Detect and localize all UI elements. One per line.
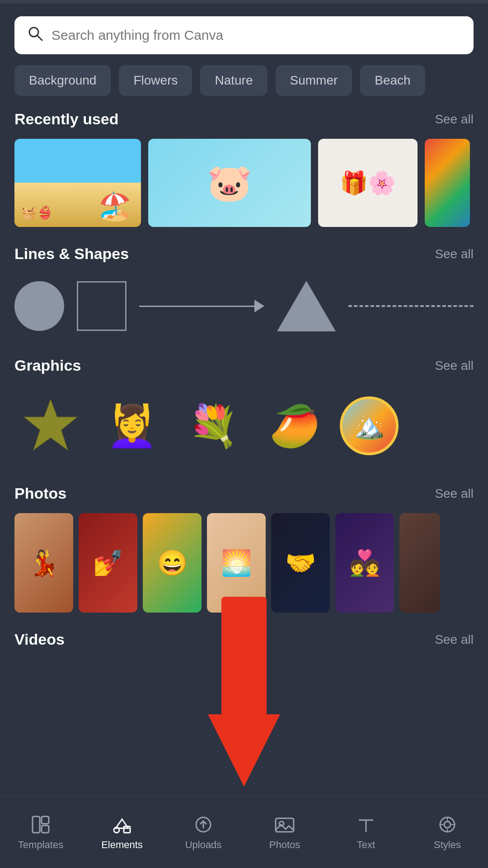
search-icon [27,25,43,45]
photos-header: Photos See all [14,485,474,502]
nav-label-templates: Templates [18,839,63,851]
photos-title: Photos [14,485,66,502]
nav-item-templates[interactable]: Templates [11,814,70,851]
nav-item-elements[interactable]: Elements [93,814,151,851]
photos-see-all[interactable]: See all [435,486,474,501]
recent-item-3[interactable]: 🎁🌸 [318,139,418,227]
videos-section: Videos See all [0,631,488,657]
graphic-bouquet[interactable]: 💐 [177,390,249,462]
photo-item-2[interactable]: 💅 [79,513,137,613]
lines-shapes-see-all[interactable]: See all [435,247,474,261]
shapes-row [14,274,474,339]
graphics-row: 💆‍♀️ 💐 🥭 🏔️ [14,385,474,467]
graphics-header: Graphics See all [14,357,474,374]
graphics-section: Graphics See all 💆‍♀️ 💐 🥭 🏔️ [0,357,488,485]
videos-see-all[interactable]: See all [435,632,474,647]
recent-item-4[interactable] [425,139,470,227]
graphics-title: Graphics [14,357,81,374]
shape-triangle[interactable] [277,281,336,331]
svg-marker-2 [24,400,77,450]
lines-shapes-title: Lines & Shapes [14,245,129,263]
nav-item-styles[interactable]: Styles [418,814,477,851]
photo-item-1[interactable]: 💃 [14,513,73,613]
svg-rect-5 [42,826,49,833]
chip-summer[interactable]: Summer [276,65,352,96]
nav-item-photos[interactable]: Photos [255,814,314,851]
lines-shapes-header: Lines & Shapes See all [14,245,474,263]
shape-arrow[interactable] [139,300,264,312]
svg-line-1 [38,36,42,40]
nav-item-uploads[interactable]: Uploads [174,814,233,851]
graphics-see-all[interactable]: See all [435,359,474,373]
lines-shapes-section: Lines & Shapes See all [0,245,488,357]
chip-flowers[interactable]: Flowers [119,65,192,96]
photo-item-5[interactable]: 🤝 [271,513,330,613]
photo-item-7[interactable] [399,513,440,613]
photo-item-4[interactable]: 🌅 [207,513,266,613]
svg-rect-3 [33,816,40,833]
recently-used-header: Recently used See all [14,110,474,128]
recently-used-section: Recently used See all 🧺👙 🐷 🎁🌸 [0,110,488,245]
nav-label-text: Text [357,839,375,851]
top-bar [0,0,488,4]
recently-used-row: 🧺👙 🐷 🎁🌸 [14,139,474,227]
svg-rect-4 [42,816,49,824]
recently-used-title: Recently used [14,110,119,128]
photos-row: 💃 💅 😄 🌅 🤝 💑 [14,513,474,613]
graphic-woman[interactable]: 💆‍♀️ [96,390,168,462]
photo-item-6[interactable]: 💑 [335,513,394,613]
graphic-papaya[interactable]: 🥭 [258,390,331,462]
svg-rect-10 [276,818,294,832]
nav-label-uploads: Uploads [185,839,222,851]
graphic-star[interactable] [14,390,87,462]
photos-section: Photos See all 💃 💅 😄 🌅 🤝 💑 [0,485,488,631]
chip-beach[interactable]: Beach [360,65,425,96]
shape-dashed[interactable] [348,305,474,307]
shape-circle[interactable] [14,281,64,331]
nav-label-styles: Styles [434,839,461,851]
chips-container: Background Flowers Nature Summer Beach [0,65,488,110]
nav-label-photos: Photos [269,839,300,851]
graphic-mountain[interactable]: 🏔️ [340,396,399,455]
search-container [0,4,488,65]
chip-nature[interactable]: Nature [200,65,267,96]
search-box[interactable] [14,16,474,54]
bottom-nav: Templates Elements Uploads Photos [0,796,488,868]
nav-item-text[interactable]: Text [337,814,395,851]
chip-background[interactable]: Background [14,65,111,96]
recent-item-2[interactable]: 🐷 [148,139,311,227]
search-input[interactable] [52,28,461,43]
svg-point-15 [444,821,450,828]
photo-item-3[interactable]: 😄 [143,513,202,613]
nav-label-elements: Elements [101,839,143,851]
videos-title: Videos [14,631,65,648]
recent-item-1[interactable]: 🧺👙 [14,139,141,227]
shape-square[interactable] [77,281,127,331]
recently-used-see-all[interactable]: See all [435,112,474,127]
